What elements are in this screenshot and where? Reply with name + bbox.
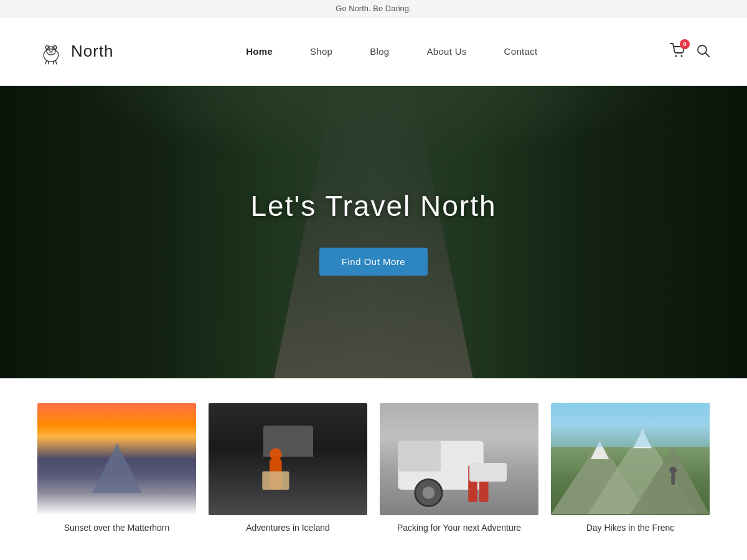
gallery-caption-4: Day Hikes in the Frenc bbox=[551, 523, 710, 533]
hero-content: Let's Travel North Find Out More bbox=[250, 189, 496, 276]
svg-point-16 bbox=[270, 448, 282, 460]
gallery-item-2[interactable]: Adventures in Iceland bbox=[209, 403, 367, 533]
svg-rect-23 bbox=[479, 465, 489, 502]
nav-contact[interactable]: Contact bbox=[504, 46, 538, 57]
header-icons: 0 bbox=[670, 43, 710, 60]
svg-point-12 bbox=[680, 55, 682, 57]
hikes-svg bbox=[551, 403, 710, 515]
svg-line-8 bbox=[49, 61, 49, 63]
svg-point-11 bbox=[675, 55, 677, 57]
svg-point-6 bbox=[50, 51, 52, 53]
gallery-section: ‹ › Sunset over the Matterhorn Adventure… bbox=[0, 378, 747, 560]
nav-blog[interactable]: Blog bbox=[370, 46, 389, 57]
svg-rect-31 bbox=[671, 474, 675, 485]
svg-rect-19 bbox=[398, 441, 441, 472]
adventure-svg bbox=[380, 403, 538, 515]
hero-section: Let's Travel North Find Out More bbox=[0, 86, 747, 378]
logo-link[interactable]: North bbox=[37, 38, 114, 65]
svg-rect-29 bbox=[551, 404, 710, 447]
nav-about[interactable]: About Us bbox=[427, 46, 467, 57]
site-header: North Home Shop Blog About Us Contact 0 bbox=[0, 17, 747, 86]
svg-line-10 bbox=[55, 60, 56, 63]
hero-cta-button[interactable]: Find Out More bbox=[319, 248, 428, 276]
cart-button[interactable]: 0 bbox=[670, 43, 686, 60]
svg-line-9 bbox=[54, 61, 54, 63]
search-button[interactable] bbox=[696, 44, 710, 60]
svg-point-1 bbox=[47, 46, 56, 54]
gallery-img-hikes bbox=[551, 403, 710, 515]
gallery-item-1[interactable]: Sunset over the Matterhorn bbox=[37, 403, 196, 533]
nav-shop[interactable]: Shop bbox=[310, 46, 332, 57]
gallery-grid: Sunset over the Matterhorn Adventures in… bbox=[37, 403, 710, 533]
svg-point-30 bbox=[669, 467, 677, 474]
svg-point-4 bbox=[49, 49, 50, 50]
svg-rect-17 bbox=[262, 472, 289, 490]
nav-home[interactable]: Home bbox=[246, 46, 273, 57]
svg-point-5 bbox=[52, 49, 53, 50]
gallery-item-3[interactable]: Packing for Your next Adventure bbox=[380, 403, 538, 533]
gallery-img-iceland bbox=[209, 403, 367, 515]
svg-line-14 bbox=[705, 53, 709, 57]
cart-badge: 0 bbox=[680, 39, 690, 49]
gallery-caption-3: Packing for Your next Adventure bbox=[380, 523, 538, 533]
main-nav: Home Shop Blog About Us Contact bbox=[246, 46, 537, 57]
svg-point-0 bbox=[44, 49, 58, 62]
svg-rect-22 bbox=[468, 465, 477, 502]
svg-point-21 bbox=[423, 487, 435, 499]
iceland-svg bbox=[209, 403, 367, 515]
gallery-caption-1: Sunset over the Matterhorn bbox=[37, 523, 196, 533]
search-icon bbox=[696, 44, 710, 57]
hero-title: Let's Travel North bbox=[250, 189, 496, 223]
logo-text: North bbox=[71, 42, 114, 61]
svg-line-7 bbox=[45, 60, 46, 63]
gallery-img-adventure bbox=[380, 403, 538, 515]
gallery-caption-2: Adventures in Iceland bbox=[209, 523, 367, 533]
top-bar: Go North. Be Daring. bbox=[0, 0, 747, 17]
gallery-item-4[interactable]: Day Hikes in the Frenc bbox=[551, 403, 710, 533]
gallery-img-matterhorn bbox=[37, 403, 196, 515]
logo-bear-icon bbox=[37, 38, 65, 65]
top-bar-text: Go North. Be Daring. bbox=[336, 4, 411, 13]
